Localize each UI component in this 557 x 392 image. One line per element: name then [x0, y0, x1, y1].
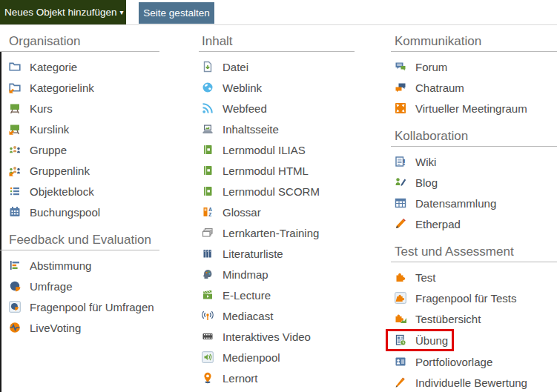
svg-text:Z: Z	[208, 212, 211, 217]
mindmap-icon	[202, 268, 214, 280]
menu-item-weblink[interactable]: Weblink	[199, 77, 355, 98]
menu-item-kurslink[interactable]: Kurslink	[0, 119, 159, 139]
menu-section-inhalt: InhaltDateiWeblinkWebfeedInhaltsseiteLer…	[199, 25, 355, 388]
menu-item-label: Etherpad	[415, 218, 461, 230]
poll-icon	[9, 259, 21, 271]
add-new-object-button[interactable]: Neues Objekt hinzufügen▾	[0, 0, 126, 24]
category-icon	[9, 61, 21, 73]
menu-section-kollaboration: Kollaboration!WikiBlogDatensammlungEther…	[391, 120, 557, 234]
menu-item-lernkarten-training[interactable]: Lernkarten-Training	[199, 222, 355, 243]
menu-item-label: Lernmodul ILIAS	[223, 144, 306, 156]
menu-item-label: Chatraum	[415, 82, 464, 94]
menu-item-virtueller-meetingraum[interactable]: Virtueller Meetingraum	[391, 98, 557, 119]
menu-item-label: Abstimmung	[30, 259, 91, 272]
menu-item-gruppenlink[interactable]: Gruppenlink	[0, 160, 159, 181]
learning-module-scorm-icon	[202, 185, 214, 197]
bibliography-icon	[202, 248, 214, 259]
learning-location-icon	[202, 372, 214, 384]
menu-item-lernmodul-scorm[interactable]: Lernmodul SCORM	[199, 181, 355, 202]
file-icon	[202, 61, 214, 73]
menu-item-literaturliste[interactable]: Literaturliste	[199, 243, 355, 264]
menu-item-mediacast[interactable]: Mediacast	[199, 305, 355, 326]
exercise-icon	[395, 334, 406, 346]
menu-item-objekteblock[interactable]: Objekteblock	[0, 181, 159, 202]
chat-room-icon	[395, 82, 406, 93]
data-collection-icon	[395, 197, 406, 209]
menu-item-label: Glossar	[223, 206, 261, 219]
menu-item-datei[interactable]: Datei	[199, 56, 355, 77]
menu-item-buchungspool[interactable]: Buchungspool	[0, 202, 159, 222]
menu-item-kategorie[interactable]: Kategorie	[0, 56, 159, 77]
menu-item-label: Objekteblock	[30, 185, 94, 198]
menu-item-label: Fragenpool für Umfragen	[30, 301, 154, 313]
menu-item-abstimmung[interactable]: Abstimmung	[0, 255, 159, 276]
forum-icon	[395, 61, 406, 73]
e-lecture-icon	[202, 289, 214, 301]
caret-down-icon: ▾	[120, 8, 124, 16]
menu-item-lernmodul-html[interactable]: Lernmodul HTML	[199, 160, 355, 181]
learning-module-ilias-icon	[202, 144, 214, 156]
menu-section-organisation: OrganisationKategorieKategorielinkKursKu…	[0, 25, 159, 222]
menu-item-label: Forum	[415, 61, 447, 73]
weblink-icon	[202, 82, 214, 93]
menu-item-glossar[interactable]: AZGlossar	[199, 202, 355, 222]
menu-item-label: Testübersicht	[415, 313, 481, 325]
menu-item-kurs[interactable]: Kurs	[0, 98, 159, 119]
menu-item-medienpool[interactable]: Medienpool	[199, 347, 355, 368]
menu-item-interaktives-video[interactable]: Interaktives Video	[199, 326, 355, 347]
menu-item-datensammlung[interactable]: Datensammlung	[391, 193, 557, 213]
menu-item-individuelle-bewertung[interactable]: Individuelle Bewertung	[391, 372, 557, 392]
menu-item-label: E-Lecture	[223, 289, 271, 302]
menu-item-testuebersicht[interactable]: Testübersicht	[391, 308, 557, 329]
menu-item-label: Lernort	[223, 372, 258, 385]
menu-item-label: Übung	[415, 334, 448, 347]
menu-item-uebung[interactable]: Übung	[386, 329, 454, 351]
menu-item-label: Virtueller Meetingraum	[415, 102, 527, 115]
design-page-button[interactable]: Seite gestalten	[139, 2, 214, 24]
menu-item-fragenpool-fuer-tests[interactable]: Fragenpool für Tests	[391, 288, 557, 308]
menu-item-label: Blog	[415, 176, 438, 189]
menu-item-webfeed[interactable]: Webfeed	[199, 98, 355, 119]
ilias-add-object-dropdown: Neues Objekt hinzufügen▾ Seite gestalten…	[0, 0, 557, 392]
menu-item-wiki[interactable]: !Wiki	[391, 151, 557, 172]
menu-item-lernort[interactable]: Lernort	[199, 368, 355, 388]
menu-item-blog[interactable]: Blog	[391, 172, 557, 193]
menu-item-gruppe[interactable]: Gruppe	[0, 139, 159, 160]
menu-item-label: Portfoliovorlage	[415, 356, 492, 368]
item-group-icon	[9, 185, 21, 197]
webfeed-icon	[202, 102, 214, 114]
menu-item-livevoting[interactable]: LiveVoting	[0, 317, 159, 338]
menu-item-kategorielink[interactable]: Kategorielink	[0, 77, 159, 98]
menu-item-label: Datei	[223, 61, 248, 73]
menu-item-label: Interaktives Video	[223, 330, 311, 343]
test-icon	[395, 271, 406, 283]
individual-assessment-icon	[395, 376, 406, 388]
menu-item-test[interactable]: Test	[391, 267, 557, 288]
menu-item-inhaltsseite[interactable]: Inhaltsseite	[199, 119, 355, 139]
menu-item-label: Individuelle Bewertung	[415, 376, 527, 389]
menu-item-label: Mindmap	[223, 268, 268, 281]
menu-item-forum[interactable]: Forum	[391, 56, 557, 77]
menu-item-label: Webfeed	[223, 102, 267, 115]
test-question-pool-icon	[395, 292, 406, 304]
menu-item-chatraum[interactable]: Chatraum	[391, 77, 557, 98]
menu-item-fragenpool-fuer-umfragen[interactable]: Fragenpool für Umfragen	[0, 296, 159, 317]
menu-item-label: Kategorielink	[30, 82, 94, 94]
menu-item-label: LiveVoting	[30, 322, 81, 334]
menu-section-feedback-und-evaluation: Feedback und EvaluationAbstimmungUmfrage…	[0, 224, 159, 338]
menu-item-mindmap[interactable]: Mindmap	[199, 264, 355, 285]
menu-item-umfrage[interactable]: Umfrage	[0, 276, 159, 296]
menu-item-label: Wiki	[415, 156, 436, 168]
svg-text:!: !	[403, 158, 406, 167]
menu-item-e-lecture[interactable]: E-Lecture	[199, 285, 355, 305]
menu-column-kommunikation: KommunikationForumChatraumVirtueller Mee…	[391, 25, 557, 392]
menu-item-lernmodul-ilias[interactable]: Lernmodul ILIAS	[199, 139, 355, 160]
media-pool-icon	[202, 351, 214, 363]
interactive-video-icon	[202, 330, 214, 342]
survey-icon	[9, 280, 21, 292]
menu-item-portfoliovorlage[interactable]: Portfoliovorlage	[391, 351, 557, 372]
menu-item-etherpad[interactable]: Etherpad	[391, 213, 557, 234]
wiki-icon: !	[395, 156, 406, 167]
add-new-object-label: Neues Objekt hinzufügen	[4, 7, 117, 18]
live-voting-icon	[9, 322, 21, 333]
